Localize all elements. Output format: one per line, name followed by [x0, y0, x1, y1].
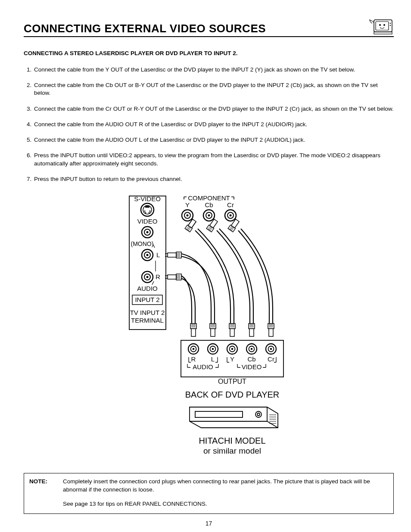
label-audio: AUDIO [137, 285, 158, 292]
label-r: R [156, 273, 160, 280]
svg-point-14 [148, 212, 149, 213]
page-number: 17 [24, 520, 394, 527]
svg-rect-62 [269, 329, 273, 336]
dvd-r: R [191, 355, 196, 363]
jack-cb [203, 210, 215, 221]
svg-rect-49 [168, 275, 176, 279]
svg-point-3 [379, 24, 381, 26]
instruction-list: Connect the cable from the Y OUT of the … [24, 66, 394, 183]
svg-point-66 [192, 348, 194, 350]
label-component: COMPONENT [188, 194, 230, 202]
svg-point-75 [250, 348, 252, 350]
svg-point-13 [145, 212, 146, 213]
dvd-brand: HITACHI MODEL [199, 436, 265, 445]
step-item: Press the INPUT button to return to the … [33, 175, 394, 183]
label-cb: Cb [205, 201, 213, 208]
dvd-cb: Cb [247, 355, 255, 363]
step-item: Connect the cable from the Y OUT of the … [33, 66, 394, 74]
step-item: Press the INPUT button until VIDEO:2 app… [33, 152, 394, 167]
svg-point-6 [390, 25, 391, 26]
step-item: Connect the cable from the AUDIO OUT L o… [33, 136, 394, 144]
label-tvinput2: TV INPUT 2 [130, 309, 165, 316]
step-item: Connect the cable from the Cr OUT or R-Y… [33, 105, 394, 113]
svg-rect-54 [191, 329, 196, 336]
svg-point-21 [146, 254, 148, 256]
dvd-audio: AUDIO [193, 363, 213, 370]
tv-mascot-icon [368, 17, 394, 35]
step-item: Connect the cable from the AUDIO OUT R o… [33, 121, 394, 128]
svg-point-78 [270, 348, 272, 350]
label-video: VIDEO [137, 218, 157, 225]
page-title: CONNECTING EXTERNAL VIDEO SOURCES [24, 22, 266, 35]
jack-cr [225, 210, 236, 221]
svg-rect-10 [145, 206, 149, 208]
step-item: Connect the cable from the Cb OUT or B-Y… [33, 81, 394, 97]
label-mono: (MONO) [131, 240, 153, 247]
svg-point-30 [186, 214, 188, 216]
svg-rect-1 [376, 22, 389, 30]
svg-rect-56 [211, 329, 215, 336]
dvd-y: Y [230, 355, 234, 363]
svg-point-4 [383, 24, 385, 26]
note-label: NOTE: [29, 478, 63, 494]
svg-point-25 [146, 276, 148, 278]
label-y: Y [185, 201, 189, 208]
svg-rect-45 [168, 253, 176, 257]
svg-point-12 [149, 210, 150, 212]
section-subheading: CONNECTING A STEREO LASERDISC PLAYER OR … [24, 50, 394, 56]
svg-rect-58 [230, 329, 234, 336]
label-cr: Cr [227, 201, 234, 208]
svg-point-33 [208, 214, 210, 216]
svg-point-11 [144, 210, 145, 212]
svg-rect-60 [249, 329, 254, 336]
svg-point-72 [231, 348, 233, 350]
label-terminal: TERMINAL [131, 317, 164, 324]
note-extra: See page 13 for tips on REAR PANEL CONNE… [63, 500, 388, 508]
dvd-similar: or similar model [203, 446, 261, 455]
dvd-output: OUTPUT [218, 378, 246, 385]
connection-diagram: S-VIDEO VIDEO (MONO) L R AUDIO INPUT 2 T… [24, 192, 394, 464]
svg-point-69 [212, 348, 214, 350]
jack-y [182, 210, 193, 221]
dvd-cr: Cr [268, 355, 274, 363]
svg-point-5 [390, 23, 391, 24]
svg-point-36 [229, 214, 231, 216]
svg-point-17 [146, 231, 148, 233]
label-input2: INPUT 2 [135, 296, 159, 303]
svg-line-26 [152, 281, 154, 285]
dvd-back-label: BACK OF DVD PLAYER [185, 390, 279, 399]
label-l: L [156, 251, 160, 258]
note-text: Completely insert the connection cord pl… [63, 478, 388, 494]
note-box: NOTE: Completely insert the connection c… [24, 473, 394, 514]
label-svideo: S-VIDEO [134, 195, 161, 202]
dvd-l: L [211, 355, 214, 363]
dvd-video: VIDEO [241, 363, 262, 370]
